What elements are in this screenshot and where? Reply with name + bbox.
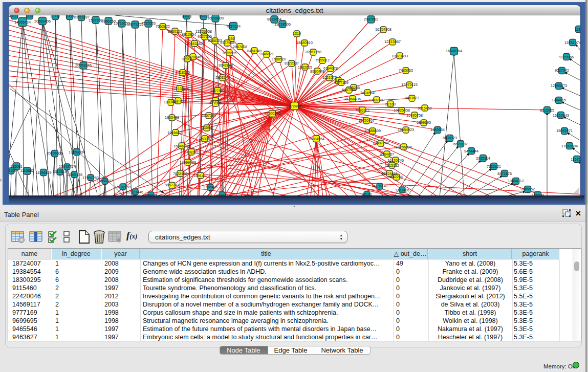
svg-text:3624554: 3624554 bbox=[360, 91, 375, 95]
svg-text:12505135: 12505135 bbox=[66, 172, 82, 177]
svg-text:21364436: 21364436 bbox=[344, 97, 361, 101]
svg-text:12323446: 12323446 bbox=[127, 190, 143, 194]
svg-text:3716485: 3716485 bbox=[203, 185, 217, 189]
svg-text:18807249: 18807249 bbox=[373, 141, 389, 145]
svg-text:16033809: 16033809 bbox=[207, 16, 224, 20]
svg-text:19166827: 19166827 bbox=[167, 130, 184, 135]
svg-text:13942757: 13942757 bbox=[59, 164, 75, 169]
svg-text:12213967: 12213967 bbox=[384, 39, 401, 44]
svg-text:1091447: 1091447 bbox=[164, 100, 178, 104]
svg-text:9777169: 9777169 bbox=[334, 80, 349, 85]
svg-text:1691447: 1691447 bbox=[193, 173, 208, 178]
svg-text:12213369: 12213369 bbox=[171, 86, 188, 91]
svg-text:116753: 116753 bbox=[571, 157, 580, 162]
svg-text:7625402: 7625402 bbox=[173, 171, 187, 176]
svg-text:17016504: 17016504 bbox=[561, 144, 578, 148]
svg-text:16154808: 16154808 bbox=[375, 27, 391, 32]
svg-text:19654923: 19654923 bbox=[398, 127, 414, 132]
svg-text:13654112: 13654112 bbox=[508, 179, 524, 183]
svg-text:7663822: 7663822 bbox=[156, 24, 170, 29]
svg-text:2803144: 2803144 bbox=[215, 75, 230, 80]
svg-text:1965498: 1965498 bbox=[165, 115, 179, 120]
svg-text:7986322: 7986322 bbox=[355, 108, 369, 113]
svg-text:98901: 98901 bbox=[182, 57, 192, 61]
svg-text:6899695: 6899695 bbox=[417, 120, 431, 125]
svg-text:1440954: 1440954 bbox=[430, 127, 445, 132]
svg-text:10025458: 10025458 bbox=[394, 108, 410, 113]
svg-text:16210643: 16210643 bbox=[553, 113, 569, 118]
svg-text:1115682: 1115682 bbox=[20, 168, 34, 173]
svg-text:1527602: 1527602 bbox=[89, 18, 103, 23]
svg-text:19218506: 19218506 bbox=[274, 22, 291, 27]
svg-text:1615132: 1615132 bbox=[385, 163, 399, 168]
svg-text:96101: 96101 bbox=[362, 192, 372, 195]
svg-text:13226058: 13226058 bbox=[195, 29, 212, 34]
svg-text:2718176: 2718176 bbox=[176, 70, 190, 75]
svg-text:8322037: 8322037 bbox=[285, 61, 299, 65]
svg-text:3267130: 3267130 bbox=[202, 113, 216, 118]
svg-text:8471876: 8471876 bbox=[497, 171, 512, 176]
svg-text:17359934: 17359934 bbox=[69, 150, 85, 155]
svg-text:20691406: 20691406 bbox=[34, 19, 51, 24]
svg-text:9084067: 9084067 bbox=[380, 152, 394, 157]
svg-text:6679197: 6679197 bbox=[453, 142, 468, 146]
svg-text:9329966: 9329966 bbox=[559, 55, 574, 59]
svg-text:8912954: 8912954 bbox=[182, 32, 196, 37]
svg-text:18724007: 18724007 bbox=[287, 104, 303, 108]
svg-text:16782759: 16782759 bbox=[115, 185, 131, 189]
svg-text:14136141: 14136141 bbox=[372, 184, 388, 188]
svg-text:20871: 20871 bbox=[182, 15, 192, 18]
svg-text:2867608: 2867608 bbox=[233, 45, 247, 49]
svg-text:15720407: 15720407 bbox=[358, 118, 375, 123]
svg-text:8938923: 8938923 bbox=[443, 136, 457, 140]
svg-text:10653287: 10653287 bbox=[73, 15, 90, 19]
svg-text:7485063: 7485063 bbox=[399, 68, 413, 73]
svg-text:7515526: 7515526 bbox=[141, 21, 156, 26]
svg-text:10958107: 10958107 bbox=[97, 179, 113, 183]
svg-text:2013: 2013 bbox=[10, 15, 18, 18]
svg-text:18300295: 18300295 bbox=[264, 111, 280, 116]
svg-text:1733426: 1733426 bbox=[395, 188, 409, 192]
svg-text:252254: 252254 bbox=[390, 174, 403, 179]
svg-text:12093873: 12093873 bbox=[551, 83, 567, 88]
svg-text:16648764: 16648764 bbox=[446, 49, 462, 53]
svg-text:8990448: 8990448 bbox=[310, 69, 324, 74]
svg-text:8960123: 8960123 bbox=[168, 29, 182, 34]
svg-text:9327508: 9327508 bbox=[220, 40, 234, 45]
svg-text:10688609: 10688609 bbox=[364, 128, 381, 133]
svg-text:39154: 39154 bbox=[9, 168, 16, 173]
svg-text:14099489: 14099489 bbox=[180, 160, 196, 165]
svg-text:15751074: 15751074 bbox=[564, 40, 580, 45]
svg-text:16046788: 16046788 bbox=[173, 144, 190, 148]
svg-text:9242848: 9242848 bbox=[219, 63, 233, 68]
svg-text:1112: 1112 bbox=[575, 27, 580, 32]
svg-text:9245652: 9245652 bbox=[520, 187, 535, 191]
svg-text:10973493: 10973493 bbox=[391, 54, 408, 58]
svg-text:10961758: 10961758 bbox=[305, 50, 321, 54]
svg-text:16120746: 16120746 bbox=[387, 158, 404, 163]
svg-text:3875685: 3875685 bbox=[222, 51, 236, 55]
svg-text:7632621: 7632621 bbox=[487, 164, 501, 169]
svg-text:12975115: 12975115 bbox=[401, 82, 417, 87]
svg-text:19384554: 19384554 bbox=[308, 137, 324, 141]
svg-text:2935114: 2935114 bbox=[476, 156, 490, 161]
svg-text:9857791: 9857791 bbox=[165, 183, 179, 187]
svg-text:62160: 62160 bbox=[385, 102, 396, 106]
svg-text:9146821: 9146821 bbox=[259, 52, 274, 56]
svg-text:16495758: 16495758 bbox=[406, 113, 423, 118]
svg-text:11156829: 11156829 bbox=[36, 170, 52, 175]
svg-text:209: 209 bbox=[27, 15, 33, 18]
svg-text:53594: 53594 bbox=[202, 125, 212, 130]
svg-text:417006: 417006 bbox=[209, 101, 222, 105]
svg-text:15692971: 15692971 bbox=[556, 128, 573, 133]
svg-text:20053346: 20053346 bbox=[75, 63, 92, 68]
svg-text:20711: 20711 bbox=[50, 15, 60, 18]
svg-text:7357224: 7357224 bbox=[226, 24, 241, 29]
svg-text:1244415: 1244415 bbox=[552, 98, 566, 102]
svg-text:8427552: 8427552 bbox=[210, 89, 225, 93]
svg-text:1621072: 1621072 bbox=[322, 75, 337, 80]
svg-text:8215955: 8215955 bbox=[540, 108, 554, 113]
svg-text:7955812: 7955812 bbox=[315, 58, 330, 62]
svg-text:9463627: 9463627 bbox=[405, 96, 419, 100]
svg-text:9227342: 9227342 bbox=[555, 68, 569, 73]
